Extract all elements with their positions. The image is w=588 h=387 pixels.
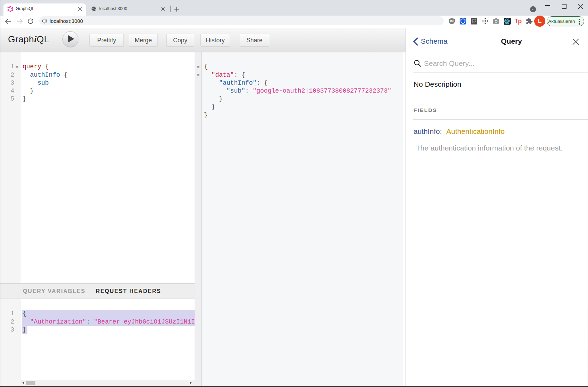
svg-text:UO: UO <box>450 20 454 23</box>
